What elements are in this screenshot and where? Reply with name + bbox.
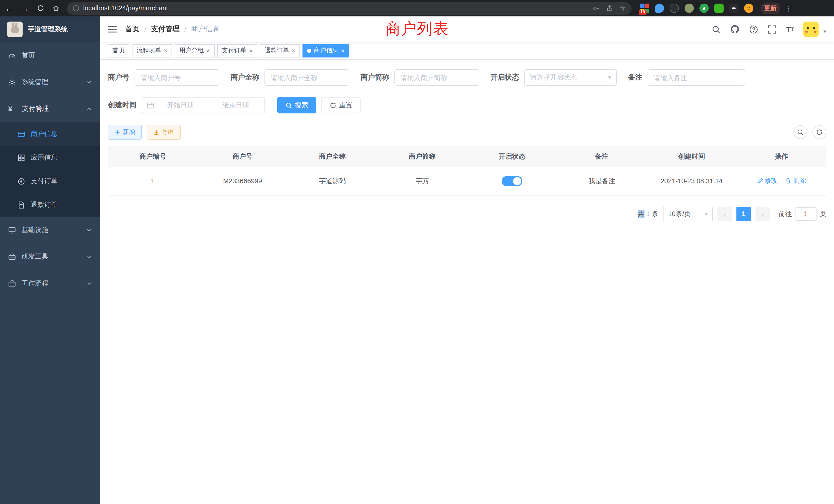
tab-label: 商户信息 xyxy=(314,46,338,55)
close-icon[interactable]: × xyxy=(341,47,345,54)
next-page-button[interactable]: › xyxy=(755,207,770,221)
col-create-time: 创建时间 xyxy=(647,146,737,167)
tab-merchant-info[interactable]: 商户信息 × xyxy=(303,44,349,57)
prev-page-button[interactable]: ‹ xyxy=(718,207,732,221)
home-icon[interactable] xyxy=(52,5,60,12)
site-info-icon[interactable]: ⓘ xyxy=(73,4,79,13)
short-name-input[interactable] xyxy=(394,69,479,86)
sidebar-item-system[interactable]: 系统管理 xyxy=(0,69,100,95)
navbar-actions: TT ▾ xyxy=(712,22,826,37)
total-prefix: 共 xyxy=(638,210,644,217)
close-icon[interactable]: × xyxy=(206,47,210,54)
forward-icon[interactable]: → xyxy=(21,4,29,12)
refresh-button[interactable] xyxy=(812,125,826,139)
tab-process-form[interactable]: 流程表单 × xyxy=(132,44,172,57)
menu-label: 应用信息 xyxy=(31,153,58,162)
export-button[interactable]: 导出 xyxy=(147,125,181,140)
sidebar-item-merchant-info[interactable]: 商户信息 xyxy=(0,122,100,146)
merchant-no-input[interactable] xyxy=(135,69,219,86)
page-size-select[interactable]: 10条/页 ▾ xyxy=(663,207,713,221)
remark-input[interactable] xyxy=(648,69,745,86)
sidebar-item-home[interactable]: 首页 xyxy=(0,42,100,69)
close-icon[interactable]: × xyxy=(249,47,253,54)
delete-link[interactable]: 删除 xyxy=(786,177,806,185)
menu-label: 支付订单 xyxy=(31,177,58,186)
back-icon[interactable]: ← xyxy=(5,4,13,12)
goto-page: 前往 页 xyxy=(778,207,826,221)
hamburger-icon[interactable] xyxy=(108,25,117,33)
edit-link[interactable]: 修改 xyxy=(757,177,777,185)
navbar: 首页 / 支付管理 / 商户信息 xyxy=(100,17,834,42)
breadcrumb-payment[interactable]: 支付管理 xyxy=(151,25,180,34)
add-button-label: 新增 xyxy=(123,128,135,137)
extension-dark-icon[interactable] xyxy=(670,4,679,13)
extension-notes-icon[interactable] xyxy=(714,4,724,13)
extension-grid-icon[interactable]: 10 xyxy=(640,4,649,13)
tab-user-group[interactable]: 用户分组 × xyxy=(175,44,215,57)
sidebar-item-infrastructure[interactable]: 基础设施 xyxy=(0,216,100,243)
tab-pay-order[interactable]: 支付订单 × xyxy=(217,44,257,57)
goto-prefix: 前往 xyxy=(778,209,792,219)
tab-refund-order[interactable]: 退款订单 × xyxy=(260,44,300,57)
user-avatar[interactable] xyxy=(804,22,819,37)
help-icon[interactable] xyxy=(749,25,758,33)
reset-button[interactable]: 重置 xyxy=(322,97,360,113)
tab-home[interactable]: 首页 xyxy=(108,44,129,57)
add-button[interactable]: 新增 xyxy=(108,125,142,140)
page-content: 商户号 商户全称 商户简称 开启状态 请选择开启状态 xyxy=(100,60,834,504)
extension-drop-icon[interactable] xyxy=(655,4,664,13)
sidebar-item-app-info[interactable]: 应用信息 xyxy=(0,146,100,169)
tab-label: 退款订单 xyxy=(264,46,289,55)
full-name-input[interactable] xyxy=(264,69,349,86)
col-status: 开启状态 xyxy=(467,146,557,167)
workflow-icon xyxy=(8,279,16,287)
credit-card-icon xyxy=(18,130,25,138)
url-text[interactable]: localhost:1024/pay/merchant xyxy=(83,5,168,12)
create-time-range-picker[interactable]: 开始日期 - 结束日期 xyxy=(142,97,265,113)
goto-page-input[interactable] xyxy=(795,207,816,221)
browser-update-button[interactable]: 更新 xyxy=(761,2,780,14)
sidebar-item-pay-order[interactable]: 支付订单 xyxy=(0,169,100,193)
fullscreen-icon[interactable] xyxy=(768,25,776,33)
logo-image xyxy=(7,22,23,37)
extension-avatar-icon[interactable] xyxy=(684,4,694,13)
sidebar-item-workflow[interactable]: 工作流程 xyxy=(0,270,100,297)
active-dot xyxy=(307,48,311,53)
breadcrumb-home[interactable]: 首页 xyxy=(125,25,140,34)
font-size-icon[interactable]: TT xyxy=(786,25,794,33)
sidebar-item-refund-order[interactable]: 退款订单 xyxy=(0,193,100,216)
reload-icon[interactable] xyxy=(37,5,44,12)
bookmark-star-icon[interactable]: ☆ xyxy=(619,4,626,12)
close-icon[interactable]: × xyxy=(292,47,295,54)
delete-label: 删除 xyxy=(793,177,806,185)
extension-emoji-icon[interactable] xyxy=(744,4,753,13)
status-select[interactable]: 请选择开启状态 ▾ xyxy=(524,69,617,86)
toggle-search-button[interactable] xyxy=(793,125,807,139)
yen-icon: ¥ xyxy=(8,105,17,113)
sidebar-item-dev-tools[interactable]: 研发工具 xyxy=(0,243,100,270)
search-button[interactable]: 搜索 xyxy=(277,97,316,113)
address-bar[interactable]: ⓘ localhost:1024/pay/merchant ☆ xyxy=(67,2,632,15)
total-count: 共 1 条 xyxy=(638,209,658,219)
share-icon[interactable] xyxy=(606,5,613,12)
chevron-down-icon: ▾ xyxy=(705,210,708,217)
close-icon[interactable]: × xyxy=(164,47,168,54)
extension-fan-icon[interactable] xyxy=(729,4,739,13)
status-toggle[interactable] xyxy=(502,176,522,186)
tab-label: 用户分组 xyxy=(179,46,204,55)
browser-menu-icon[interactable]: ⋮ xyxy=(785,4,792,12)
github-icon[interactable] xyxy=(730,25,740,34)
search-icon[interactable] xyxy=(712,25,721,33)
sidebar-item-payment[interactable]: ¥ 支付管理 xyxy=(0,95,100,122)
create-time-label: 创建时间 xyxy=(108,100,137,110)
extension-badge: 10 xyxy=(639,10,646,15)
remark-label: 备注 xyxy=(628,73,642,82)
app-logo[interactable]: 芋道管理系统 xyxy=(0,17,100,42)
password-key-icon[interactable] xyxy=(593,5,600,12)
tags-bar: 首页 流程表单 × 用户分组 × 支付订单 × 退款订单 × xyxy=(100,42,834,60)
cell-actions: 修改 删除 xyxy=(737,167,826,195)
page-1-button[interactable]: 1 xyxy=(737,207,751,221)
chevron-down-icon xyxy=(86,254,92,259)
extension-green-circle-icon[interactable]: ∧ xyxy=(699,4,709,13)
avatar-caret-icon[interactable]: ▾ xyxy=(824,28,826,37)
